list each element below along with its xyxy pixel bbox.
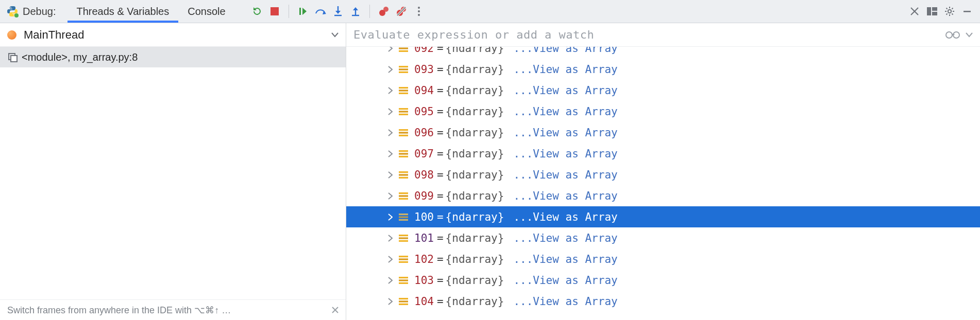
variable-row[interactable]: 095 = {ndarray}...View as Array xyxy=(346,101,980,122)
mute-breakpoints-icon[interactable] xyxy=(393,3,410,20)
python-icon xyxy=(6,5,19,17)
array-icon xyxy=(399,86,409,95)
view-as-array-link[interactable]: ...View as Array xyxy=(513,295,617,308)
svg-rect-38 xyxy=(399,47,408,49)
glasses-icon[interactable] xyxy=(945,31,960,39)
view-as-array-link[interactable]: ...View as Array xyxy=(513,47,617,55)
evaluate-input[interactable] xyxy=(353,28,945,41)
array-icon xyxy=(399,255,409,263)
variable-type: {ndarray} xyxy=(446,274,504,287)
gear-icon[interactable] xyxy=(941,3,958,20)
svg-rect-58 xyxy=(399,192,408,194)
svg-point-13 xyxy=(418,7,420,9)
layout-icon[interactable] xyxy=(923,3,941,20)
chevron-right-icon[interactable] xyxy=(384,235,396,242)
svg-rect-66 xyxy=(399,240,408,241)
variable-row[interactable]: 097 = {ndarray}...View as Array xyxy=(346,143,980,164)
svg-rect-19 xyxy=(932,7,937,11)
chevron-right-icon[interactable] xyxy=(384,108,396,115)
equals-sign: = xyxy=(437,84,444,97)
view-as-array-link[interactable]: ...View as Array xyxy=(513,169,617,181)
rerun-icon[interactable] xyxy=(248,3,266,20)
chevron-right-icon[interactable] xyxy=(384,171,396,179)
variable-row[interactable]: 099 = {ndarray}...View as Array xyxy=(346,185,980,206)
svg-line-27 xyxy=(952,13,953,14)
chevron-right-icon[interactable] xyxy=(384,256,396,263)
variable-name: 093 xyxy=(414,63,434,76)
variable-row[interactable]: 100 = {ndarray}...View as Array xyxy=(346,206,980,227)
variable-row[interactable]: 093 = {ndarray}...View as Array xyxy=(346,59,980,80)
chevron-right-icon[interactable] xyxy=(384,150,396,157)
view-as-array-link[interactable]: ...View as Array xyxy=(513,274,617,287)
chevron-right-icon[interactable] xyxy=(384,214,396,221)
variable-type: {ndarray} xyxy=(446,211,504,223)
chevron-right-icon[interactable] xyxy=(384,298,396,305)
toolbar-separator xyxy=(289,5,289,18)
close-icon[interactable] xyxy=(332,307,339,313)
toolbar-left: Debug: Threads & Variables Console xyxy=(4,0,235,23)
variable-row[interactable]: 103 = {ndarray}...View as Array xyxy=(346,270,980,291)
chevron-right-icon[interactable] xyxy=(384,87,396,94)
svg-rect-55 xyxy=(399,171,408,173)
step-into-icon[interactable] xyxy=(329,3,347,20)
step-over-icon[interactable] xyxy=(312,3,329,20)
svg-point-0 xyxy=(14,13,19,17)
variable-type: {ndarray} xyxy=(446,105,504,118)
chevron-right-icon[interactable] xyxy=(384,129,396,136)
array-icon xyxy=(399,150,409,158)
chevron-down-icon[interactable] xyxy=(331,32,339,38)
view-as-array-link[interactable]: ...View as Array xyxy=(513,105,617,118)
array-icon xyxy=(399,234,409,242)
view-as-array-link[interactable]: ...View as Array xyxy=(513,232,617,244)
equals-sign: = xyxy=(437,232,444,244)
resume-icon[interactable] xyxy=(294,3,312,20)
chevron-right-icon[interactable] xyxy=(384,66,396,73)
variable-row[interactable]: 101 = {ndarray}...View as Array xyxy=(346,227,980,248)
chevron-down-icon[interactable] xyxy=(966,32,973,38)
view-as-array-link[interactable]: ...View as Array xyxy=(513,127,617,139)
frames-pane: MainThread <module>, my_array.py:8 Switc… xyxy=(0,23,346,320)
tab-label: Threads & Variables xyxy=(77,6,170,17)
svg-rect-69 xyxy=(399,261,408,262)
view-as-array-link[interactable]: ...View as Array xyxy=(513,148,617,160)
equals-sign: = xyxy=(437,63,444,76)
close-icon[interactable] xyxy=(906,3,923,20)
view-as-array-link[interactable]: ...View as Array xyxy=(513,190,617,202)
variable-row[interactable]: 098 = {ndarray}...View as Array xyxy=(346,164,980,185)
svg-rect-54 xyxy=(399,155,408,157)
chevron-right-icon[interactable] xyxy=(384,192,396,200)
view-as-array-link[interactable]: ...View as Array xyxy=(513,253,617,265)
svg-rect-72 xyxy=(399,282,408,283)
more-icon[interactable] xyxy=(410,3,428,20)
stack-frame[interactable]: <module>, my_array.py:8 xyxy=(0,47,346,67)
tab-console[interactable]: Console xyxy=(178,0,234,23)
variable-row[interactable]: 092 = {ndarray}...View as Array xyxy=(346,47,980,59)
svg-rect-71 xyxy=(399,279,408,281)
tab-threads-variables[interactable]: Threads & Variables xyxy=(67,0,179,23)
thread-name: MainThread xyxy=(24,28,331,42)
minimize-icon[interactable] xyxy=(958,3,976,20)
variable-row[interactable]: 094 = {ndarray}...View as Array xyxy=(346,80,980,101)
hint-bar: Switch frames from anywhere in the IDE w… xyxy=(0,299,346,320)
variable-row[interactable]: 104 = {ndarray}...View as Array xyxy=(346,291,980,312)
view-as-array-link[interactable]: ...View as Array xyxy=(513,211,617,223)
chevron-right-icon[interactable] xyxy=(384,47,396,52)
stop-icon[interactable] xyxy=(266,3,283,20)
equals-sign: = xyxy=(437,47,444,55)
svg-rect-57 xyxy=(399,176,408,178)
thread-selector[interactable]: MainThread xyxy=(0,23,346,47)
variable-row[interactable]: 102 = {ndarray}...View as Array xyxy=(346,248,980,270)
variable-name: 098 xyxy=(414,169,434,181)
chevron-right-icon[interactable] xyxy=(384,277,396,284)
svg-rect-1 xyxy=(271,7,279,15)
view-as-array-link[interactable]: ...View as Array xyxy=(513,84,617,97)
view-as-array-link[interactable]: ...View as Array xyxy=(513,63,617,76)
step-out-icon[interactable] xyxy=(347,3,364,20)
hint-text: Switch frames from anywhere in the IDE w… xyxy=(7,305,231,316)
view-breakpoints-icon[interactable] xyxy=(375,3,393,20)
svg-rect-60 xyxy=(399,198,408,199)
svg-rect-46 xyxy=(399,108,408,110)
equals-sign: = xyxy=(437,105,444,118)
variable-row[interactable]: 096 = {ndarray}...View as Array xyxy=(346,122,980,143)
equals-sign: = xyxy=(437,211,444,223)
